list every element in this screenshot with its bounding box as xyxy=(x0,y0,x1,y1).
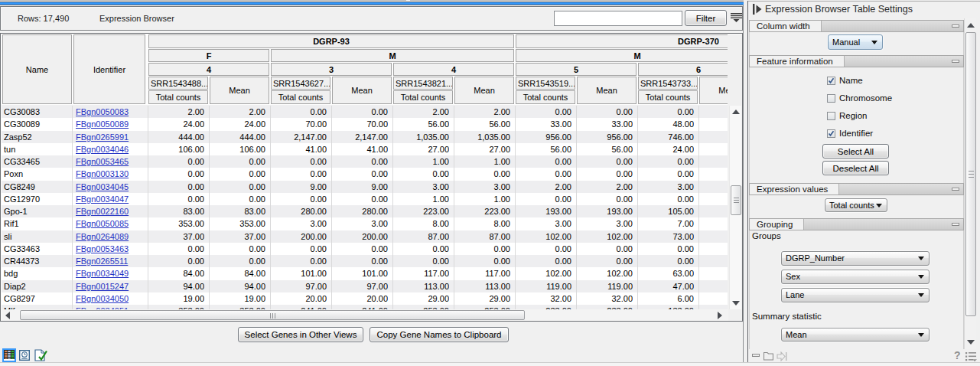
identifier-link[interactable]: FBgn0034049 xyxy=(76,269,129,278)
gene-name-cell: Poxn xyxy=(4,168,71,180)
sidebar-collapse-icon[interactable] xyxy=(753,4,762,16)
identifier-link[interactable]: FBgn0015247 xyxy=(76,282,129,291)
value-cell: 3.00 xyxy=(394,181,449,193)
group-header: DGRP-93 xyxy=(148,34,514,48)
value-cell: 2.00 xyxy=(394,106,449,118)
scroll-left-arrow[interactable] xyxy=(5,312,10,319)
value-cell: 0.00 xyxy=(333,243,388,255)
table-row: tunFBgn0034046106.00106.0041.0041.0027.0… xyxy=(2,143,728,155)
column-width-collapse-icon[interactable] xyxy=(952,25,959,28)
history-view-icon[interactable] xyxy=(19,350,30,361)
expression-values-collapse-icon[interactable] xyxy=(952,188,959,191)
expression-values-dropdown[interactable]: Total counts xyxy=(825,198,887,212)
scroll-right-arrow[interactable] xyxy=(718,312,722,319)
identifier-link[interactable]: FBgn0050089 xyxy=(76,119,129,129)
filter-menu-icon[interactable] xyxy=(731,13,742,24)
summary-statistic-dropdown[interactable]: Mean xyxy=(781,328,930,341)
scroll-up-arrow[interactable] xyxy=(732,109,740,114)
vertical-scrollbar[interactable] xyxy=(729,106,741,309)
identifier-link[interactable]: FBgn0265991 xyxy=(76,132,129,142)
value-cell: 70.00 xyxy=(272,118,327,130)
hscroll-thumb[interactable] xyxy=(20,310,525,320)
identifier-link[interactable]: FBgn0264089 xyxy=(76,232,129,241)
checkbox-name[interactable] xyxy=(827,77,835,85)
value-cell: 0.00 xyxy=(516,255,571,267)
gene-name-cell: CG33463 xyxy=(4,243,71,255)
value-cell: 20.00 xyxy=(272,292,327,305)
table-view-icon[interactable] xyxy=(2,348,16,362)
sidebar-menu-icon[interactable] xyxy=(965,351,977,363)
value-cell: 0.00 xyxy=(516,168,571,180)
sidebar-scrollbar[interactable] xyxy=(964,18,976,349)
deselect-all-button[interactable]: Deselect All xyxy=(822,161,889,175)
sample-header: SRR1543627... xyxy=(271,77,330,90)
sidebar-scroll-up[interactable] xyxy=(967,23,975,28)
checkbox-label: Chromosome xyxy=(839,94,892,103)
value-cell: 0.00 xyxy=(578,168,633,180)
identifier-link[interactable]: FBgn0022160 xyxy=(76,207,129,216)
identifier-cell: FBgn0050089 xyxy=(76,118,146,130)
identifier-cell: FBgn0034050 xyxy=(76,292,146,305)
identifier-link[interactable]: FBgn0053463 xyxy=(76,244,129,253)
checkbox-chromosome[interactable] xyxy=(827,94,835,103)
table-row: CG30083FBgn00500832.002.000.000.002.002.… xyxy=(2,106,728,118)
filter-button[interactable]: Filter xyxy=(685,10,727,26)
identifier-link[interactable]: FBgn0034050 xyxy=(76,294,129,303)
vscroll-thumb[interactable] xyxy=(731,185,741,215)
checkbox-region[interactable] xyxy=(827,112,835,120)
value-cell: 84.00 xyxy=(210,267,265,279)
identifier-cell: FBgn0015247 xyxy=(76,280,146,292)
column-separator xyxy=(148,106,148,309)
identifier-link[interactable]: FBgn0034046 xyxy=(76,145,129,154)
horizontal-scrollbar[interactable] xyxy=(2,309,728,321)
scroll-down-arrow[interactable] xyxy=(732,301,740,306)
value-cell: 0.00 xyxy=(578,193,633,205)
value-cell: 24.00 xyxy=(149,118,204,130)
sample-header: SRR1543821... xyxy=(393,77,453,90)
folder-icon[interactable] xyxy=(763,351,773,362)
expression-values-bar: Expression values xyxy=(749,183,964,195)
sidebar-scroll-thumb[interactable] xyxy=(965,32,976,316)
identifier-link[interactable]: FBgn0050083 xyxy=(76,107,129,116)
value-cell: 87.00 xyxy=(455,230,510,243)
copy-gene-names-button[interactable]: Copy Gene Names to Clipboard xyxy=(370,327,509,342)
gene-name-cell: Rif1 xyxy=(4,217,71,230)
value-cell: 24.00 xyxy=(639,143,694,155)
value-cell: 3.00 xyxy=(272,217,327,230)
column-separator xyxy=(698,106,699,309)
value-cell: 102.00 xyxy=(578,267,633,279)
grouping-dropdown-1[interactable]: DGRP_Number xyxy=(781,251,930,266)
sex-header: M xyxy=(271,49,514,62)
grouping-dropdown-2[interactable]: Sex xyxy=(781,270,930,284)
value-cell: 3.00 xyxy=(578,217,633,230)
select-genes-button[interactable]: Select Genes in Other Views xyxy=(238,327,363,342)
grouping-dropdown-3[interactable]: Lane xyxy=(781,288,930,302)
checkbox-identifier[interactable] xyxy=(827,129,835,138)
chevron-down-icon xyxy=(918,333,924,337)
chevron-down-icon xyxy=(918,293,924,297)
gene-name-cell: CG33465 xyxy=(4,155,71,168)
feature-information-collapse-icon[interactable] xyxy=(952,60,959,63)
gene-name-cell: Diap2 xyxy=(4,280,71,292)
sidebar-scroll-down[interactable] xyxy=(967,340,975,345)
select-all-button[interactable]: Select All xyxy=(822,144,889,158)
grouping-collapse-icon[interactable] xyxy=(952,223,959,226)
identifier-link[interactable]: FBgn0034045 xyxy=(76,182,129,191)
identifier-link[interactable]: FBgn0053465 xyxy=(76,157,129,166)
value-cell: 48.00 xyxy=(639,118,694,130)
element-info-view-icon[interactable] xyxy=(34,349,48,362)
value-cell: 0.00 xyxy=(516,106,571,118)
gene-name-cell: CG30083 xyxy=(4,106,71,118)
table-row: CG33465FBgn00534650.000.000.000.001.001.… xyxy=(2,155,728,168)
identifier-link[interactable]: FBgn0003130 xyxy=(76,169,129,178)
identifier-link[interactable]: FBgn0265511 xyxy=(76,257,128,266)
collapse-all-icon[interactable] xyxy=(752,354,760,357)
help-icon[interactable]: ? xyxy=(954,349,961,361)
filter-input[interactable] xyxy=(554,11,682,26)
identifier-link[interactable]: FBgn0034047 xyxy=(76,194,129,204)
identifier-link[interactable]: FBgn0050085 xyxy=(76,219,129,228)
value-cell: 63.00 xyxy=(639,267,694,279)
value-cell: 0.00 xyxy=(578,243,633,255)
column-width-dropdown[interactable]: Manual xyxy=(828,34,883,50)
table-row: bdgFBgn003404984.0084.00101.00101.00117.… xyxy=(2,267,728,279)
